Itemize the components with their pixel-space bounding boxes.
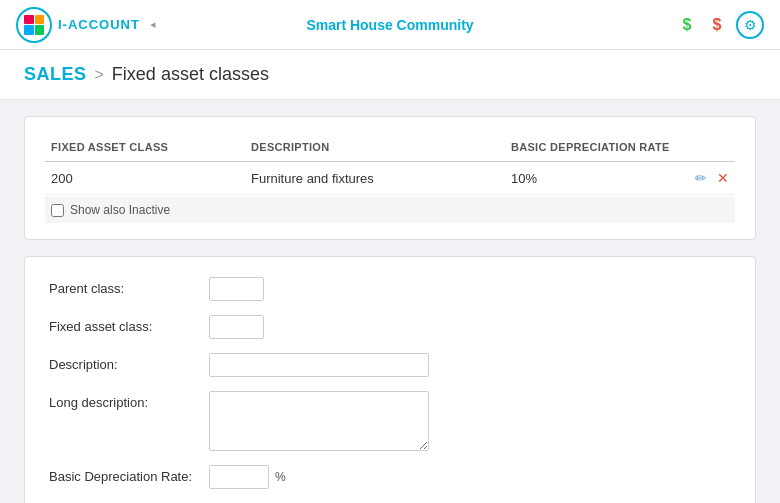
logo-grid [24, 15, 44, 35]
show-inactive-row: Show also Inactive [45, 197, 735, 223]
show-inactive-checkbox[interactable] [51, 204, 64, 217]
breadcrumb-separator: > [95, 66, 104, 84]
basic-dep-rate-label: Basic Depreciation Rate: [49, 465, 209, 484]
parent-class-input[interactable] [209, 277, 264, 301]
description-label: Description: [49, 353, 209, 372]
logo-cell-bl [24, 25, 34, 35]
dollar-red-icon[interactable]: $ [706, 14, 728, 36]
header: i-ACCOUNT ◂ Smart House Community $ $ ⚙ [0, 0, 780, 50]
logo-cell-tr [35, 15, 45, 25]
asset-classes-table: FIXED ASSET CLASS DESCRIPTION BASIC DEPR… [45, 133, 735, 195]
header-right: $ $ ⚙ [676, 11, 764, 39]
table-row: 200 Furniture and fixtures 10% ✏ ✕ [45, 162, 735, 195]
form-row-parent-class: Parent class: [49, 277, 731, 301]
fixed-asset-class-label: Fixed asset class: [49, 315, 209, 334]
settings-icon[interactable]: ⚙ [736, 11, 764, 39]
form-row-description: Description: [49, 353, 731, 377]
logo-text: i-ACCOUNT [58, 17, 140, 32]
cell-dep-rate: 10% [505, 162, 685, 195]
asset-class-form-card: Parent class: Fixed asset class: Descrip… [24, 256, 756, 503]
logo-icon [16, 7, 52, 43]
main-content: FIXED ASSET CLASS DESCRIPTION BASIC DEPR… [0, 100, 780, 503]
col-header-dep-rate: BASIC DEPRECIATION RATE [505, 133, 685, 162]
community-name: Smart House Community [306, 17, 473, 33]
cell-description: Furniture and fixtures [245, 162, 505, 195]
parent-class-label: Parent class: [49, 277, 209, 296]
col-header-description: DESCRIPTION [245, 133, 505, 162]
dollar-green-icon[interactable]: $ [676, 14, 698, 36]
table-header-row: FIXED ASSET CLASS DESCRIPTION BASIC DEPR… [45, 133, 735, 162]
edit-icon[interactable]: ✏ [695, 170, 707, 186]
logo-prefix: i- [58, 17, 68, 32]
breadcrumb-current-page: Fixed asset classes [112, 64, 269, 85]
form-row-fixed-asset-class: Fixed asset class: [49, 315, 731, 339]
dep-rate-input-group: % [209, 465, 286, 489]
long-description-label: Long description: [49, 391, 209, 410]
col-header-actions [685, 133, 735, 162]
logo-cell-br [35, 25, 45, 35]
long-description-textarea[interactable] [209, 391, 429, 451]
breadcrumb-sales[interactable]: SALES [24, 64, 87, 85]
cell-fixed-asset-class: 200 [45, 162, 245, 195]
delete-icon[interactable]: ✕ [717, 170, 729, 186]
logo-main: ACCOUNT [68, 17, 140, 32]
dep-rate-input[interactable] [209, 465, 269, 489]
col-header-fixed-asset-class: FIXED ASSET CLASS [45, 133, 245, 162]
breadcrumb: SALES > Fixed asset classes [0, 50, 780, 100]
show-inactive-label[interactable]: Show also Inactive [70, 203, 170, 217]
nav-chevron[interactable]: ◂ [150, 18, 156, 31]
asset-classes-table-card: FIXED ASSET CLASS DESCRIPTION BASIC DEPR… [24, 116, 756, 240]
form-row-long-description: Long description: [49, 391, 731, 451]
form-row-dep-rate: Basic Depreciation Rate: % [49, 465, 731, 489]
logo-cell-tl [24, 15, 34, 25]
description-input[interactable] [209, 353, 429, 377]
pct-symbol: % [275, 470, 286, 484]
fixed-asset-class-input[interactable] [209, 315, 264, 339]
cell-actions: ✏ ✕ [685, 162, 735, 195]
logo-area: i-ACCOUNT [16, 7, 140, 43]
